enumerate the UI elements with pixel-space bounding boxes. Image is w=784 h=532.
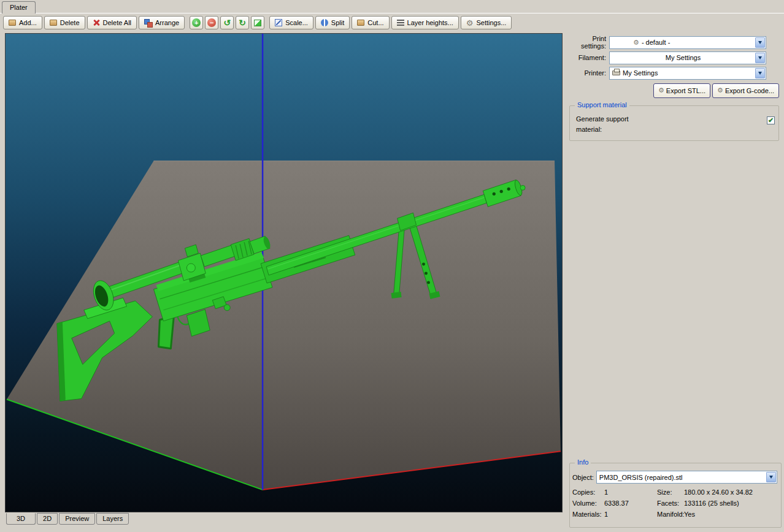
delete-object-icon bbox=[50, 20, 57, 26]
export-gcode-label: Export G-code... bbox=[725, 87, 774, 94]
view-tab-2d[interactable]: 2D bbox=[37, 513, 58, 525]
manifold-value: Yes bbox=[684, 511, 780, 518]
volume-value: 6338.37 bbox=[604, 500, 657, 507]
split-label: Split bbox=[331, 19, 344, 26]
add-button[interactable]: Add... bbox=[3, 16, 42, 29]
view-tab-preview[interactable]: Preview bbox=[59, 513, 95, 525]
split-icon bbox=[321, 19, 328, 26]
mirror-button[interactable] bbox=[251, 16, 264, 29]
printer-icon bbox=[612, 70, 620, 75]
chevron-down-icon bbox=[766, 472, 776, 482]
printer-value: My Settings bbox=[623, 69, 658, 77]
arrange-label: Arrange bbox=[155, 19, 179, 26]
printer-select[interactable]: My Settings bbox=[609, 67, 766, 80]
object-select[interactable]: PM3D_ORSIS (repaired).stl bbox=[596, 471, 777, 484]
print-settings-value: - default - bbox=[642, 39, 670, 46]
facets-label: Facets: bbox=[657, 500, 684, 507]
rotate-ccw-icon: ↺ bbox=[223, 18, 231, 27]
rotate-cw-icon: ↻ bbox=[239, 18, 246, 27]
arrange-button[interactable]: Arrange bbox=[139, 16, 185, 29]
print-settings-label: Print settings: bbox=[566, 35, 606, 50]
layer-heights-label: Layer heights... bbox=[407, 19, 453, 26]
printer-label: Printer: bbox=[566, 69, 606, 77]
scale-button[interactable]: Scale... bbox=[269, 16, 313, 29]
chevron-down-icon bbox=[755, 53, 765, 63]
generate-support-label: Generate support material: bbox=[576, 114, 650, 135]
copies-label: Copies: bbox=[572, 488, 604, 496]
manifold-label: Manifold: bbox=[657, 511, 684, 518]
delete-all-button[interactable]: Delete All bbox=[87, 16, 137, 29]
print-settings-select[interactable]: - default - bbox=[609, 36, 766, 49]
gear-icon bbox=[466, 19, 474, 27]
support-material-group: Support material Generate support materi… bbox=[569, 105, 779, 141]
volume-label: Volume: bbox=[572, 500, 604, 507]
export-gcode-button[interactable]: Export G-code... bbox=[712, 83, 779, 98]
materials-value: 1 bbox=[604, 511, 657, 518]
rotate-cw-button[interactable]: ↻ bbox=[236, 16, 249, 29]
view-tab-3d[interactable]: 3D bbox=[6, 513, 36, 525]
filament-label: Filament: bbox=[566, 54, 606, 61]
cut-icon bbox=[357, 20, 364, 26]
gear-icon bbox=[658, 87, 664, 94]
filament-value: My Settings bbox=[666, 54, 701, 61]
object-row: Object: PM3D_ORSIS (repaired).stl bbox=[570, 463, 781, 484]
delete-button[interactable]: Delete bbox=[44, 16, 85, 29]
filament-gear-button[interactable] bbox=[769, 51, 782, 64]
add-label: Add... bbox=[19, 19, 37, 26]
minus-circle-icon bbox=[207, 18, 216, 27]
settings-label: Settings... bbox=[476, 19, 506, 26]
scale-icon bbox=[275, 19, 282, 26]
printer-row: Printer: My Settings bbox=[566, 66, 784, 80]
info-grid: Copies: 1 Size: 180.00 x 24.60 x 34.82 V… bbox=[570, 484, 781, 518]
layer-heights-button[interactable]: Layer heights... bbox=[391, 16, 459, 29]
arrange-icon bbox=[144, 19, 152, 26]
add-object-icon bbox=[9, 20, 16, 26]
printer-gear-button[interactable] bbox=[769, 67, 782, 79]
generate-support-checkbox[interactable] bbox=[767, 116, 775, 124]
info-title: Info bbox=[575, 458, 591, 466]
info-group: Info Object: PM3D_ORSIS (repaired).stl C… bbox=[569, 463, 782, 528]
tab-plater[interactable]: Plater bbox=[2, 1, 36, 13]
export-stl-label: Export STL... bbox=[666, 87, 705, 94]
filament-row: Filament: My Settings bbox=[566, 51, 784, 64]
red-x-icon bbox=[93, 19, 100, 26]
cut-button[interactable]: Cut... bbox=[352, 16, 389, 29]
scale-label: Scale... bbox=[285, 19, 308, 26]
size-value: 180.00 x 24.60 x 34.82 bbox=[684, 488, 780, 496]
export-row: Export STL... Export G-code... bbox=[566, 83, 784, 98]
layer-heights-icon bbox=[397, 20, 404, 26]
tab-strip-divider bbox=[0, 13, 784, 13]
object-label: Object: bbox=[572, 474, 594, 481]
plus-circle-icon bbox=[192, 18, 201, 27]
chevron-down-icon bbox=[755, 68, 765, 78]
gear-icon bbox=[717, 87, 723, 94]
facets-value: 133116 (25 shells) bbox=[684, 500, 780, 507]
3d-viewport[interactable] bbox=[5, 33, 563, 512]
print-settings-row: Print settings: - default - bbox=[566, 36, 784, 49]
toolbar: Add... Delete Delete All Arrange ↺ ↻ Sca… bbox=[3, 15, 512, 31]
mirror-icon bbox=[254, 20, 261, 26]
settings-panel: Print settings: - default - Filament: My… bbox=[566, 33, 784, 532]
copies-value: 1 bbox=[604, 488, 657, 496]
gear-icon bbox=[633, 39, 639, 46]
increase-copies-button[interactable] bbox=[190, 16, 203, 29]
settings-button[interactable]: Settings... bbox=[461, 16, 512, 29]
support-material-title: Support material bbox=[575, 101, 629, 108]
view-tab-layers[interactable]: Layers bbox=[96, 513, 129, 525]
chevron-down-icon bbox=[755, 37, 765, 48]
object-value: PM3D_ORSIS (repaired).stl bbox=[599, 474, 683, 481]
main-tab-strip: Plater bbox=[0, 0, 784, 13]
split-button[interactable]: Split bbox=[315, 16, 350, 29]
materials-label: Materials: bbox=[572, 511, 604, 518]
size-label: Size: bbox=[657, 488, 684, 496]
cut-label: Cut... bbox=[367, 19, 383, 26]
export-stl-button[interactable]: Export STL... bbox=[653, 83, 710, 98]
delete-all-label: Delete All bbox=[103, 19, 131, 26]
decrease-copies-button[interactable] bbox=[205, 16, 218, 29]
filament-select[interactable]: My Settings bbox=[609, 51, 766, 64]
view-tab-bar: 3D 2D Preview Layers bbox=[6, 513, 129, 525]
delete-label: Delete bbox=[60, 19, 80, 26]
3d-scene bbox=[6, 34, 562, 512]
rotate-ccw-button[interactable]: ↺ bbox=[220, 16, 234, 29]
print-settings-gear-button[interactable] bbox=[769, 36, 782, 48]
